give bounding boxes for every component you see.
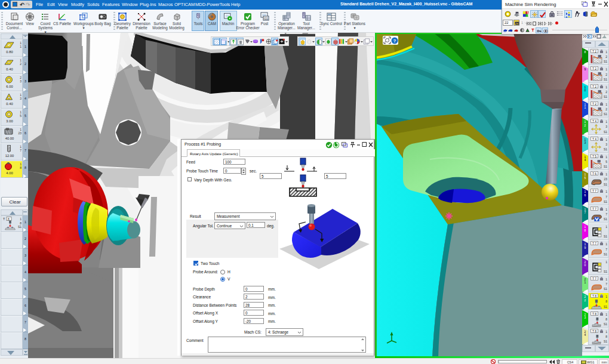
svg-text:G1: G1 <box>264 17 268 20</box>
svg-text:?: ? <box>393 38 396 43</box>
svg-text:T: T <box>3 217 5 221</box>
svg-text:8: 8 <box>8 217 10 221</box>
